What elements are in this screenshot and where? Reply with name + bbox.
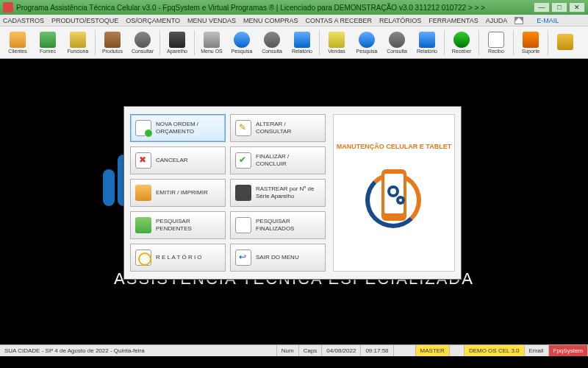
sair-icon <box>557 34 573 50</box>
toolbar-recibo-button[interactable]: Recibo <box>481 28 511 57</box>
dialog-nova-ordem-button[interactable]: NOVA ORDEM / ORÇAMENTO <box>130 114 226 142</box>
status-brand[interactable]: FpqSystem <box>549 345 588 356</box>
dialog-column-1: NOVA ORDEM / ORÇAMENTOCANCELAREMITIR / I… <box>130 114 226 272</box>
toolbar-menuos-button[interactable]: Menu OS <box>197 28 226 57</box>
toolbar-label: Receber <box>452 49 471 54</box>
toolbar-aparelho-button[interactable]: Aparelho <box>162 28 192 57</box>
dialog-rastrear-button[interactable]: RASTREAR por Nº de Série Aparelho <box>230 179 326 207</box>
status-email[interactable]: Email <box>525 345 549 356</box>
mail-icon <box>514 17 523 24</box>
consulta-v-icon <box>389 32 405 48</box>
toolbar-label: Consultar <box>132 49 154 54</box>
pesq-final-icon <box>235 217 251 233</box>
dialog-button-label: R E L A T Ó R I O <box>156 254 202 261</box>
funciona-icon <box>70 32 86 48</box>
menu-relat-rios[interactable]: RELATÓRIOS <box>379 17 421 24</box>
toolbar-consulta-v-button[interactable]: Consulta <box>382 28 412 57</box>
relatorio-v-icon <box>419 32 435 48</box>
dialog-button-label: EMITIR / IMPRIMIR <box>156 189 208 197</box>
toolbar-consultar-button[interactable]: Consultar <box>128 28 157 57</box>
dialog-cancelar-button[interactable]: CANCELAR <box>130 146 226 174</box>
toolbar-fornec-button[interactable]: Fornec <box>33 28 62 57</box>
toolbar-receber-button[interactable]: Receber <box>447 28 476 57</box>
dialog-finalizar-button[interactable]: FINALIZAR / CONCLUIR <box>230 146 326 174</box>
toolbar-label: Funciona <box>68 49 89 54</box>
consulta-os-icon <box>264 32 280 48</box>
relatorio-icon <box>135 250 151 266</box>
window-titlebar: Programa Assistência Técnica Celular v3.… <box>0 0 588 15</box>
toolbar-separator <box>444 30 445 55</box>
menu-os-dialog: NOVA ORDEM / ORÇAMENTOCANCELAREMITIR / I… <box>123 106 462 280</box>
toolbar-label: Relatório <box>292 49 312 54</box>
menubar: CADASTROSPRODUTO/ESTOQUEOS/ORÇAMENTOMENU… <box>0 15 588 26</box>
brand-text: MANUTENÇÃO CELULAR E TABLET <box>337 143 451 150</box>
toolbar-label: Relatório <box>417 49 437 54</box>
menu-cadastros[interactable]: CADASTROS <box>3 17 44 24</box>
clientes-icon <box>10 32 26 48</box>
app-icon <box>3 2 13 13</box>
toolbar-clientes-button[interactable]: Clientes <box>3 28 32 57</box>
minimize-button[interactable]: — <box>534 2 550 13</box>
dialog-relatorio-button[interactable]: R E L A T Ó R I O <box>130 244 226 272</box>
toolbar-sair-button[interactable] <box>551 28 580 57</box>
toolbar-label: Clientes <box>8 49 26 54</box>
recibo-icon <box>488 32 504 48</box>
dialog-button-label: FINALIZAR / CONCLUIR <box>256 153 320 168</box>
menu-os-or-amento[interactable]: OS/ORÇAMENTO <box>126 17 180 24</box>
toolbar-vendas-button[interactable]: Vendas <box>322 28 351 57</box>
menu-produto-estoque[interactable]: PRODUTO/ESTOQUE <box>51 17 118 24</box>
dialog-pesq-final-button[interactable]: PESQUISAR FINALIZADOS <box>230 211 326 239</box>
status-gap <box>394 345 416 356</box>
produtos-icon <box>104 32 121 48</box>
toolbar-label: Pesquisa <box>356 49 378 54</box>
cancelar-icon <box>135 152 151 169</box>
vendas-icon <box>329 32 345 48</box>
menu-ferramentas[interactable]: FERRAMENTAS <box>429 17 478 24</box>
toolbar-label: Consulta <box>262 49 282 54</box>
menu-ajuda[interactable]: AJUDA <box>486 17 508 24</box>
status-capslock: Caps <box>299 345 323 356</box>
emitir-icon <box>135 185 151 201</box>
toolbar-suporte-button[interactable]: Suporte <box>516 28 545 57</box>
toolbar-separator <box>194 30 195 55</box>
dialog-button-label: ALTERAR / CONSULTAR <box>256 121 320 135</box>
dialog-button-label: NOVA ORDEM / ORÇAMENTO <box>156 121 220 135</box>
sair-menu-icon <box>235 250 251 266</box>
dialog-side-panel: MANUTENÇÃO CELULAR E TABLET <box>333 114 455 272</box>
toolbar-funciona-button[interactable]: Funciona <box>63 28 93 57</box>
toolbar-separator <box>513 30 514 55</box>
dialog-alterar-button[interactable]: ALTERAR / CONSULTAR <box>230 114 326 142</box>
close-button[interactable]: ✕ <box>569 2 585 13</box>
aparelho-icon <box>169 32 185 48</box>
toolbar: ClientesFornecFuncionaProdutosConsultarA… <box>0 26 588 59</box>
menu-menu-vendas[interactable]: MENU VENDAS <box>187 17 236 24</box>
toolbar-pesquisa-os-button[interactable]: Pesquisa <box>227 28 257 57</box>
menu-contas-a-receber[interactable]: CONTAS A RECEBER <box>306 17 372 24</box>
toolbar-consulta-os-button[interactable]: Consulta <box>257 28 287 57</box>
toolbar-separator <box>319 30 320 55</box>
consultar-icon <box>135 32 151 48</box>
pesquisa-v-icon <box>359 32 375 48</box>
rastrear-icon <box>235 185 251 201</box>
maximize-button[interactable]: □ <box>551 2 567 13</box>
dialog-button-label: RASTREAR por Nº de Série Aparelho <box>256 185 320 200</box>
menu-email[interactable]: E-MAIL <box>537 17 559 24</box>
dialog-sair-menu-button[interactable]: SAIR DO MENU <box>230 244 326 272</box>
toolbar-label: Recibo <box>488 49 504 54</box>
menu-menu-compras[interactable]: MENU COMPRAS <box>243 17 298 24</box>
relatorio-os-icon <box>294 32 310 48</box>
toolbar-label: Fornec <box>40 49 56 54</box>
toolbar-relatorio-v-button[interactable]: Relatório <box>412 28 442 57</box>
main-area: ASSISTENCIA TECNICA ESPECIALIZADA NOVA O… <box>0 59 588 356</box>
fornec-icon <box>40 32 56 48</box>
dialog-button-label: SAIR DO MENU <box>256 254 299 261</box>
toolbar-label: Aparelho <box>167 49 187 54</box>
toolbar-produtos-button[interactable]: Produtos <box>98 28 127 57</box>
toolbar-label: Menu OS <box>201 49 223 54</box>
toolbar-relatorio-os-button[interactable]: Relatório <box>287 28 317 57</box>
dialog-pesq-pendentes-button[interactable]: PESQUISAR PENDENTES <box>130 211 226 239</box>
toolbar-pesquisa-v-button[interactable]: Pesquisa <box>352 28 381 57</box>
status-gap2 <box>450 345 465 356</box>
dialog-emitir-button[interactable]: EMITIR / IMPRIMIR <box>130 179 226 207</box>
pesq-pendentes-icon <box>135 217 151 233</box>
